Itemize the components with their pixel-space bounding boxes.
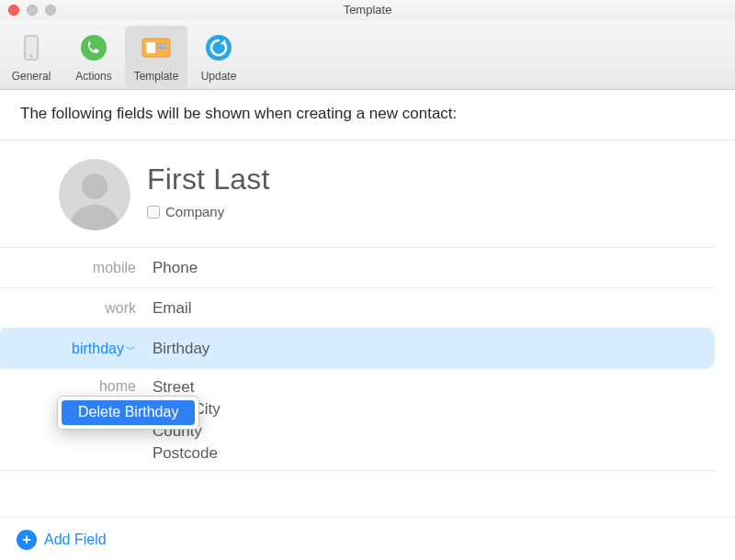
field-value: Email — [145, 299, 192, 318]
field-label[interactable]: mobile — [0, 260, 145, 276]
field-value: Birthday — [145, 340, 209, 358]
toolbar-tab-label: Actions — [75, 70, 111, 83]
card-title-block: First Last Company — [147, 159, 270, 219]
avatar-placeholder — [59, 159, 130, 230]
company-row[interactable]: Company — [147, 204, 270, 219]
description-text: The following fields will be shown when … — [0, 90, 735, 140]
phone-action-icon — [75, 29, 112, 66]
toolbar-tab-actions[interactable]: Actions — [62, 26, 125, 88]
window-title: Template — [0, 3, 735, 17]
template-preview: First Last Company mobile Phone work Ema… — [0, 140, 735, 517]
field-label[interactable]: work — [0, 300, 145, 317]
toolbar-tab-update[interactable]: Update — [187, 26, 250, 88]
address-line: Street — [153, 378, 220, 397]
field-row-birthday[interactable]: birthday ﹀ Birthday — [0, 329, 715, 369]
svg-rect-5 — [157, 43, 166, 45]
toolbar-tab-label: Update — [201, 70, 237, 83]
field-label-text: birthday — [72, 341, 124, 357]
svg-point-8 — [82, 174, 107, 199]
menu-item-delete-birthday[interactable]: Delete Birthday — [62, 400, 195, 425]
svg-rect-6 — [157, 47, 166, 49]
address-line: Postcode — [153, 444, 220, 463]
field-label-dropdown[interactable]: birthday ﹀ — [0, 341, 145, 357]
titlebar: Template — [0, 0, 735, 20]
svg-point-1 — [29, 54, 32, 57]
field-row-work[interactable]: work Email — [0, 288, 715, 329]
phone-icon — [13, 29, 50, 66]
card-header: First Last Company — [0, 140, 715, 248]
footer: + Add Field — [0, 517, 735, 560]
preferences-toolbar: General Actions Template — [0, 20, 735, 90]
refresh-icon — [200, 29, 237, 66]
contact-name: First Last — [147, 162, 270, 196]
context-menu: Delete Birthday — [57, 396, 199, 430]
add-field-button[interactable]: Add Field — [44, 532, 107, 548]
toolbar-tab-label: Template — [134, 70, 179, 83]
svg-rect-4 — [146, 42, 155, 53]
toolbar-tab-general[interactable]: General — [0, 26, 62, 88]
company-checkbox[interactable] — [147, 206, 160, 218]
fields-list: mobile Phone work Email birthday ﹀ Birth… — [0, 248, 735, 471]
toolbar-tab-label: General — [12, 70, 51, 83]
toolbar-tab-template[interactable]: Template — [125, 26, 187, 88]
card-icon — [138, 29, 175, 66]
chevron-down-icon: ﹀ — [126, 342, 136, 356]
company-label: Company — [165, 204, 224, 219]
field-value: Phone — [145, 259, 198, 277]
field-row-mobile[interactable]: mobile Phone — [0, 248, 715, 288]
svg-point-7 — [206, 35, 232, 61]
svg-point-2 — [81, 35, 107, 61]
plus-circle-icon[interactable]: + — [17, 530, 37, 550]
